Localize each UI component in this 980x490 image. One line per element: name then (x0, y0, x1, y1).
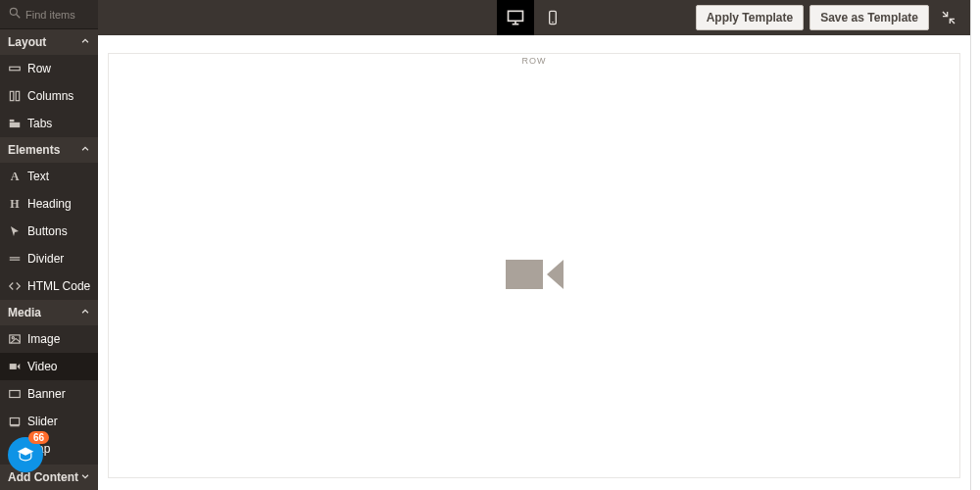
group-header-layout[interactable]: Layout (0, 29, 98, 55)
group-header-media[interactable]: Media (0, 300, 98, 325)
canvas[interactable]: ROW (108, 53, 960, 478)
group-header-label: Media (8, 306, 41, 319)
chevron-up-icon (80, 143, 90, 157)
apply-template-button[interactable]: Apply Template (696, 5, 804, 30)
tabs-icon (8, 117, 22, 130)
svg-rect-13 (10, 391, 21, 398)
sidebar-item-label: Tabs (27, 117, 52, 130)
svg-line-23 (950, 19, 955, 24)
search-row (0, 0, 98, 29)
sidebar-item-image[interactable]: Image (0, 325, 98, 353)
sidebar-item-buttons[interactable]: Buttons (0, 218, 98, 245)
heading-icon: H (8, 197, 22, 211)
sidebar-item-heading[interactable]: H Heading (0, 190, 98, 218)
sidebar-item-label: Video (27, 360, 57, 373)
sidebar-item-tabs[interactable]: Tabs (0, 110, 98, 137)
video-placeholder-icon (506, 260, 564, 289)
sidebar-item-label: Banner (27, 387, 66, 401)
video-icon (8, 360, 22, 373)
group-header-label: Elements (8, 143, 60, 157)
device-mobile-button[interactable] (534, 0, 571, 35)
help-bubble[interactable]: 66 (8, 437, 43, 472)
sidebar-item-label: Row (27, 62, 51, 75)
sidebar-item-label: Text (27, 170, 49, 183)
sidebar-item-label: Buttons (27, 224, 68, 238)
svg-rect-11 (10, 364, 17, 369)
save-template-button[interactable]: Save as Template (809, 5, 929, 30)
chevron-up-icon (80, 306, 90, 319)
topbar-right: Apply Template Save as Template (696, 4, 962, 31)
cursor-icon (8, 224, 22, 238)
svg-point-10 (12, 337, 14, 339)
sidebar: Layout Row Columns Tabs Elements A Text … (0, 0, 98, 490)
sidebar-item-label: Columns (27, 89, 74, 103)
device-desktop-button[interactable] (497, 0, 534, 35)
sidebar-item-video[interactable]: Video (0, 353, 98, 380)
slider-icon (8, 415, 22, 428)
svg-rect-14 (10, 418, 19, 425)
group-header-elements[interactable]: Elements (0, 137, 98, 163)
divider-icon (8, 252, 22, 266)
device-switch (497, 0, 571, 35)
help-badge: 66 (28, 431, 49, 444)
columns-icon (8, 89, 22, 103)
grad-cap-icon (16, 445, 35, 465)
svg-marker-12 (17, 364, 20, 369)
text-icon: A (8, 170, 22, 183)
sidebar-item-label: Image (27, 332, 60, 346)
group-header-label: Layout (8, 35, 46, 49)
row-label: ROW (522, 54, 547, 72)
sidebar-item-divider[interactable]: Divider (0, 245, 98, 272)
sidebar-item-text[interactable]: A Text (0, 163, 98, 190)
search-icon (8, 6, 25, 23)
svg-rect-17 (509, 11, 523, 21)
svg-line-1 (17, 15, 21, 19)
image-icon (8, 332, 22, 346)
svg-rect-6 (10, 122, 21, 127)
code-icon (8, 279, 22, 293)
desktop-icon (506, 8, 525, 27)
sidebar-item-columns[interactable]: Columns (0, 82, 98, 110)
right-rail (970, 0, 980, 490)
chevron-up-icon (80, 35, 90, 49)
main: Apply Template Save as Template ROW (98, 0, 970, 490)
sidebar-item-row[interactable]: Row (0, 55, 98, 82)
row-icon (8, 62, 22, 75)
svg-rect-5 (10, 120, 15, 122)
sidebar-item-label: Heading (27, 197, 72, 211)
svg-rect-4 (16, 91, 20, 100)
sidebar-item-label: HTML Code (27, 279, 90, 293)
mobile-icon (545, 8, 561, 27)
svg-rect-2 (10, 67, 21, 71)
sidebar-item-html-code[interactable]: HTML Code (0, 272, 98, 300)
group-header-label: Add Content (8, 470, 78, 484)
svg-line-22 (943, 12, 948, 17)
chevron-down-icon (80, 470, 90, 484)
svg-point-0 (10, 8, 17, 15)
sidebar-item-label: Slider (27, 415, 58, 428)
canvas-body (109, 72, 959, 477)
banner-icon (8, 387, 22, 401)
sidebar-item-banner[interactable]: Banner (0, 380, 98, 408)
svg-rect-3 (10, 91, 14, 100)
sidebar-item-slider[interactable]: Slider (0, 408, 98, 435)
canvas-wrap: ROW (98, 35, 970, 490)
collapse-icon (941, 10, 956, 25)
sidebar-item-label: Divider (27, 252, 64, 266)
collapse-button[interactable] (935, 4, 962, 31)
topbar: Apply Template Save as Template (98, 0, 970, 35)
